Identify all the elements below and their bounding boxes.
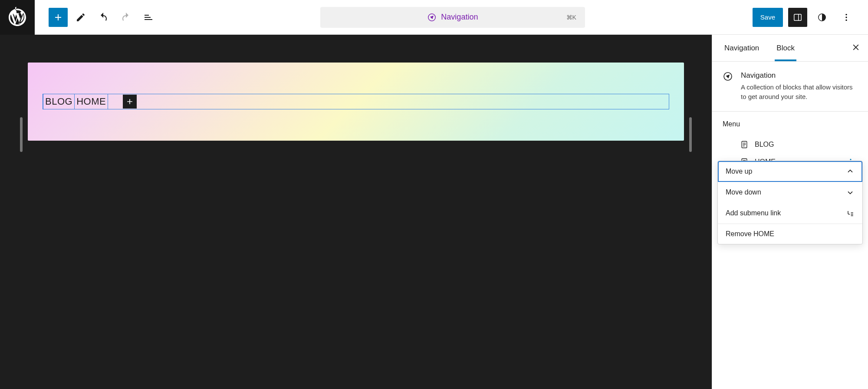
nav-item-home[interactable]: HOME — [75, 94, 108, 109]
submenu-icon — [846, 209, 855, 218]
plus-icon — [53, 12, 63, 23]
document-title-bar[interactable]: Navigation ⌘K — [320, 7, 585, 28]
list-view-icon — [143, 12, 154, 23]
nav-item-blog[interactable]: BLOG — [43, 94, 75, 109]
navigation-block[interactable]: BLOG HOME — [43, 94, 669, 109]
redo-button — [116, 8, 135, 27]
svg-point-16 — [850, 158, 852, 160]
document-title: Navigation — [441, 13, 478, 22]
dropdown-label: Remove HOME — [726, 230, 774, 238]
block-card: Navigation A collection of blocks that a… — [712, 62, 868, 112]
redo-icon — [121, 12, 131, 23]
kebab-icon — [842, 13, 851, 22]
sidebar-icon — [793, 13, 802, 22]
wordpress-icon — [7, 7, 28, 28]
dropdown-move-down[interactable]: Move down — [718, 182, 862, 203]
dropdown-remove[interactable]: Remove HOME — [718, 224, 862, 244]
block-card-title: Navigation — [741, 71, 858, 80]
svg-point-5 — [845, 16, 847, 18]
plus-icon — [125, 97, 134, 106]
save-button[interactable]: Save — [753, 8, 783, 27]
dropdown-add-submenu[interactable]: Add submenu link — [718, 203, 862, 224]
svg-point-4 — [845, 13, 847, 15]
dropdown-label: Add submenu link — [726, 209, 781, 217]
svg-rect-1 — [794, 14, 802, 20]
sidebar-tabs: Navigation Block — [712, 35, 868, 62]
tab-block[interactable]: Block — [775, 35, 796, 61]
edit-tool-button[interactable] — [71, 8, 90, 27]
dropdown-label: Move down — [726, 188, 761, 196]
undo-button[interactable] — [94, 8, 113, 27]
options-button[interactable] — [837, 8, 856, 27]
chevron-up-icon — [846, 167, 855, 176]
toolbar-right: Save — [747, 8, 868, 27]
toolbar-left — [35, 8, 158, 27]
block-card-description: A collection of blocks that allow visito… — [741, 82, 858, 102]
editor-topbar: Navigation ⌘K Save — [0, 0, 868, 35]
styles-button[interactable] — [812, 8, 832, 27]
navigation-block-icon — [723, 71, 733, 102]
navigation-icon — [427, 13, 437, 22]
navigation-icon — [723, 71, 733, 82]
wordpress-logo[interactable] — [0, 0, 35, 35]
menu-item-dropdown: Move up Move down Add submenu link Remov… — [717, 161, 863, 244]
main-layout: BLOG HOME Navigation Block Navigation A … — [0, 35, 868, 389]
dropdown-move-up[interactable]: Move up — [718, 161, 862, 182]
add-block-button[interactable] — [49, 8, 68, 27]
settings-sidebar: Navigation Block Navigation A collection… — [712, 35, 868, 389]
menu-item-label: BLOG — [755, 141, 774, 148]
close-sidebar-button[interactable] — [852, 43, 860, 53]
page-icon — [740, 140, 749, 149]
undo-icon — [98, 12, 108, 23]
tab-navigation[interactable]: Navigation — [723, 35, 761, 61]
menu-panel-title: Menu — [723, 120, 858, 128]
resize-handle-left[interactable] — [20, 117, 23, 152]
svg-point-6 — [845, 19, 847, 20]
navigation-block-container[interactable]: BLOG HOME — [28, 63, 684, 141]
editor-canvas[interactable]: BLOG HOME — [0, 35, 712, 389]
keyboard-shortcut: ⌘K — [566, 14, 576, 21]
close-icon — [852, 43, 860, 52]
add-nav-item-button[interactable] — [123, 95, 137, 109]
settings-sidebar-toggle[interactable] — [788, 8, 807, 27]
center-bar: Navigation ⌘K — [158, 7, 747, 28]
resize-handle-right[interactable] — [689, 117, 692, 152]
chevron-down-icon — [846, 188, 855, 197]
dropdown-label: Move up — [726, 168, 752, 175]
pencil-icon — [76, 12, 86, 23]
document-overview-button[interactable] — [139, 8, 158, 27]
menu-item-blog[interactable]: BLOG — [723, 136, 858, 153]
half-circle-icon — [817, 13, 827, 22]
